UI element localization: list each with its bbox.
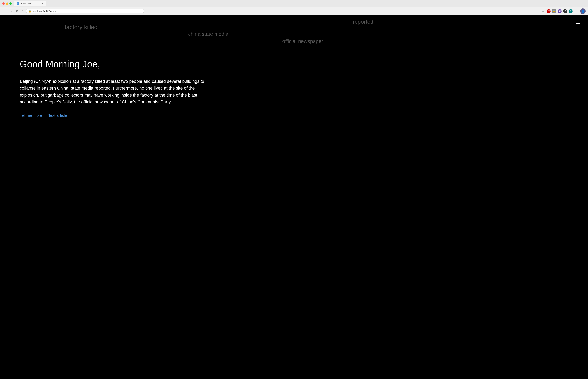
cloud-word-newspaper: official newspaper <box>282 38 323 44</box>
tab-favicon: S <box>17 2 19 5</box>
back-button[interactable]: ← <box>2 9 7 13</box>
extension-dark-icon[interactable]: ⊘ <box>563 9 567 13</box>
tab-close-button[interactable]: × <box>42 2 43 5</box>
browser-chrome: S SumNews × ← → ↺ ⌂ 🔒 localhost:5000/ind… <box>0 0 588 15</box>
tell-me-more-link[interactable]: Tell me more <box>20 113 42 118</box>
forward-button[interactable]: → <box>9 9 13 13</box>
maximize-window-button[interactable] <box>9 2 12 5</box>
menu-button[interactable]: ⋮ <box>574 9 579 14</box>
article-container: Good Morning Joe, Beijing (CNN)An explos… <box>4 19 221 130</box>
bookmark-button[interactable]: ☆ <box>541 9 545 14</box>
article-links: Tell me more | Next article <box>20 113 205 118</box>
hamburger-menu-button[interactable]: ☰ <box>576 21 580 27</box>
cloud-word-reported: reported <box>353 19 373 25</box>
browser-titlebar: S SumNews × <box>0 0 588 7</box>
extension-purple-icon[interactable]: ▣ <box>558 9 562 13</box>
lock-icon: 🔒 <box>28 10 31 13</box>
minimize-window-button[interactable] <box>6 2 8 5</box>
reload-button[interactable]: ↺ <box>15 9 19 13</box>
address-bar[interactable]: 🔒 localhost:5000/index <box>26 9 144 13</box>
page-content: factory killed reported china state medi… <box>0 15 588 379</box>
url-text: localhost:5000/index <box>33 10 56 13</box>
article-body: Beijing (CNN)An explosion at a factory k… <box>20 78 205 106</box>
browser-toolbar: ← → ↺ ⌂ 🔒 localhost:5000/index ☆ 🛡 🔒 ▣ ⊘… <box>0 7 588 15</box>
extension-gray-icon[interactable]: 🔒 <box>552 9 556 13</box>
next-article-link[interactable]: Next article <box>47 113 67 118</box>
home-button[interactable]: ⌂ <box>21 9 24 13</box>
tab-title-text: SumNews <box>20 2 31 5</box>
link-separator: | <box>44 113 45 118</box>
extension-teal-icon[interactable]: € <box>569 9 573 13</box>
article-title: Good Morning Joe, <box>20 59 205 70</box>
toolbar-right: ☆ 🛡 🔒 ▣ ⊘ € ⋮ 👤 <box>541 8 586 14</box>
browser-tab[interactable]: S SumNews × <box>14 1 46 6</box>
profile-avatar[interactable]: 👤 <box>580 8 586 14</box>
extension-red-icon[interactable]: 🛡 <box>547 9 551 13</box>
close-window-button[interactable] <box>2 2 5 5</box>
window-controls <box>2 2 12 5</box>
